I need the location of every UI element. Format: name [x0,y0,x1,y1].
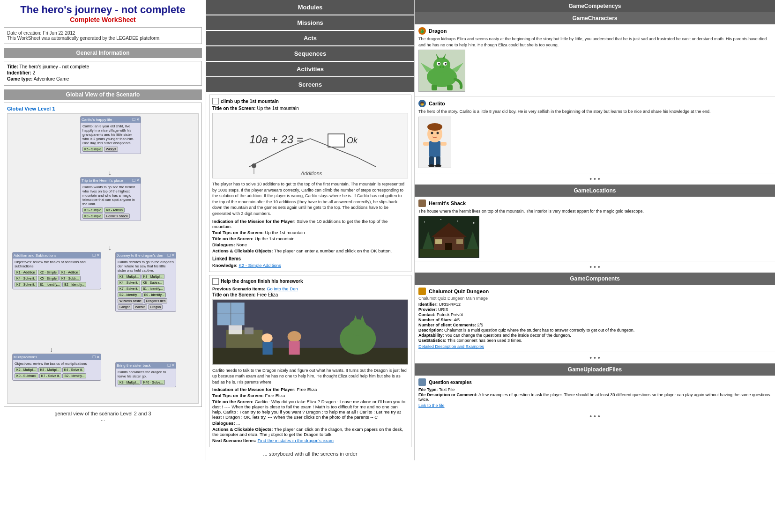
game-type-label: Game type: [7,76,32,81]
file-type: File Type: Text File [418,387,771,392]
svg-point-13 [349,319,367,335]
carlito-description: The hero of the story. Carlito is a litt… [418,109,771,115]
svg-point-38 [427,123,442,131]
svg-text:Additions: Additions [300,170,322,176]
scenario-node-2: Trip to the Hermit's place ☐ ✕ Carlito w… [80,177,141,221]
prev-scenario-link-2[interactable]: Go into the Den [267,286,298,291]
creation-date-value: Fri Jun 22 2012 [43,30,75,36]
svg-text:10a + 23 =: 10a + 23 = [249,133,303,146]
knowledge-link-1[interactable]: K2 - Simple Additions [238,263,281,268]
screen-checkbox-2[interactable] [212,278,219,285]
next-items-link-2[interactable]: Find the mistales in the dragon's exam [258,438,334,443]
scenario-node-1: Carlito's happy life ☐ ✕ Carlito: an 8 y… [80,116,141,154]
svg-rect-34 [432,85,437,90]
screen-item-1: climb up the 1st mountain Title on the S… [209,95,411,272]
svg-rect-1 [328,134,344,147]
characters-header: GameCharacters [415,12,775,24]
carlito-image [418,117,451,168]
svg-point-16 [288,331,301,342]
screen-image-2 [212,299,408,365]
component-subtitle: Chalumot Quiz Dungeon Main Image [418,296,771,301]
locations-dots: • • • [415,261,775,273]
svg-point-18 [261,333,272,342]
scenario-node-5: Multiplications ☐ ✕ Objectives: review t… [12,354,101,381]
svg-rect-35 [447,85,453,90]
nav-modules[interactable]: Modules [206,0,414,15]
comp-detail-link[interactable]: Detailed Description and Examples [418,344,484,349]
carlito-icon: 👦 [418,100,426,107]
screen-desc-1: The player has to solve 10 additions to … [212,181,408,217]
svg-point-23 [433,58,450,73]
identifier-label: Indentifier: [7,70,31,75]
file-link[interactable]: Link to the file [418,403,445,408]
file-icon [418,378,426,386]
creation-date-label: Date of creation: [7,30,41,36]
svg-rect-19 [262,342,272,355]
tool-tips-1: Tool Tips on the Screen: Up the 1st moun… [212,230,408,235]
svg-rect-54 [435,239,442,244]
screen-item-2: Help the dragon finish his homework Prev… [209,275,411,448]
svg-rect-17 [289,341,300,355]
comp-description: Description: Chalumot is a multi questio… [418,328,771,332]
dragon-icon: 🐉 [418,27,426,35]
svg-rect-55 [456,239,463,244]
comp-stars: Number of Stars: 4/5 [418,318,771,322]
screen-checkbox-1[interactable] [212,98,219,104]
actions-2: Actions & Clickable Objects: The player … [212,427,408,437]
screen-title-on-1: Title on the Screen: Up the 1st mountain [212,106,408,111]
files-header: GameUploadedFiles [415,363,775,376]
title-value: The hero's journey - not complete [19,64,89,69]
dragon-image [418,50,465,92]
location-hermit-shack: Hermit's Shack The house where the hermi… [415,197,775,262]
svg-point-3 [252,163,256,168]
svg-rect-36 [429,141,440,157]
svg-rect-50 [420,249,478,257]
svg-rect-7 [213,347,408,364]
indication-1: Indication of the Mission for the Player… [212,219,408,229]
comp-use-stats: UseStatistics: This component has been u… [418,338,771,343]
nav-sequences[interactable]: Sequences [206,46,414,61]
components-dots: • • • [415,352,775,363]
character-dragon: 🐉 Dragon The dragon kidnaps Eliza and se… [415,24,775,97]
comp-contact: Contact: Patrick Prévôt [418,312,771,317]
comp-identifier: Identifier: URIS-RF12 [418,302,771,307]
indication-2: Indication of the Mission for the Player… [212,387,408,392]
components-header: GameComponents [415,273,775,285]
scenario-node-3: Addition and Subtractions ☐ ✕ Objectives… [12,252,101,289]
screen-checkbox-label-1: climb up the 1st mountain [221,99,279,104]
dragon-name: Dragon [429,28,447,34]
creation-info-box: Date of creation: Fri Jun 22 2012 This W… [4,27,202,44]
location-image [418,216,479,258]
characters-dots: • • • [415,173,775,185]
nav-screens[interactable]: Screens [206,77,414,92]
competencies-header: GameCompetencys [415,0,775,12]
location-description: The house where the hermit lives on top … [418,208,771,214]
comp-provider: Provider: URIS [418,307,771,312]
sub-title: Complete WorkSheet [4,16,202,23]
identifier-value: 2 [32,70,35,75]
svg-rect-20 [229,325,242,334]
location-icon [418,200,426,207]
nav-activities[interactable]: Activities [206,62,414,76]
left-bottom-note: general view of the scénario Level 2 and… [4,411,202,422]
svg-point-39 [431,132,433,134]
svg-rect-41 [423,142,429,146]
next-items-2: Next Scenario Items: Find the mistales i… [212,438,408,443]
file-description: File Description or Comment: A few examp… [418,392,771,402]
comp-adaptability: Adaptability: You can change the questio… [418,333,771,338]
svg-point-57 [440,219,441,220]
dialogues-2: Dialogues: ... [212,421,408,426]
component-chalumot: Chalumot Quiz Dungeon Chalumot Quiz Dung… [415,285,775,352]
scenario-section: Global View Level 1 Carlito's happy life… [4,103,202,407]
nav-missions[interactable]: Missions [206,15,414,30]
scenario-node-6: Bring the sister back ☐ ✕ Carlito convin… [115,362,176,387]
svg-point-59 [473,222,474,223]
global-view-label: Global View Level 1 [7,106,199,111]
knowledge-1: Knowledge: K2 - Simple Additions [212,263,408,268]
svg-rect-42 [440,142,447,146]
svg-rect-53 [445,243,452,250]
svg-point-40 [437,132,439,134]
nav-acts[interactable]: Acts [206,31,414,45]
dialogues-1: Dialogues: None [212,242,408,247]
screen-title-on-2: Title on the Screen: Free Eliza [212,292,408,297]
